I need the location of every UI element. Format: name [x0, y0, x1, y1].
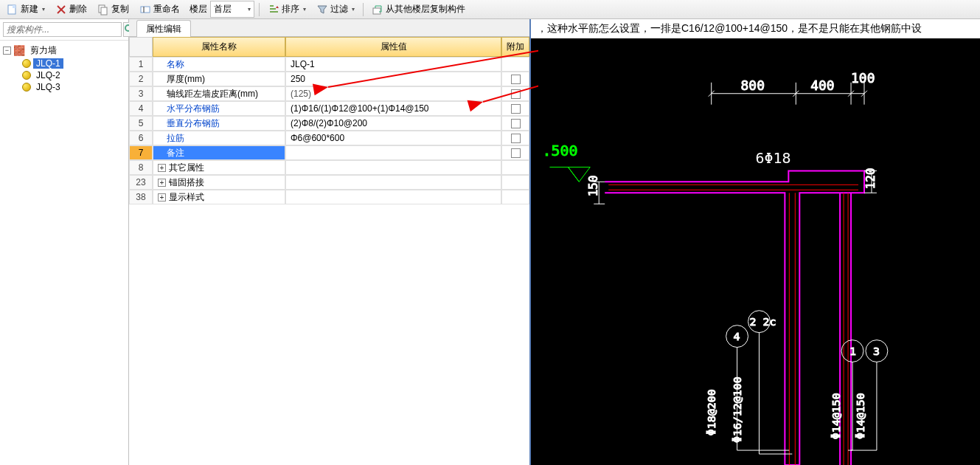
- svg-rect-6: [141, 7, 150, 13]
- rename-icon: [139, 4, 151, 16]
- prop-name[interactable]: +显示样式: [153, 190, 285, 204]
- callout-3: Φ14@150: [830, 393, 843, 439]
- row-num: 5: [129, 116, 153, 131]
- copy-from-label: 从其他楼层复制构件: [386, 3, 465, 16]
- component-icon: [22, 59, 31, 68]
- prop-value[interactable]: Φ6@600*600: [285, 131, 501, 145]
- prop-value[interactable]: (125): [285, 86, 501, 101]
- checkbox[interactable]: [511, 104, 521, 114]
- checkbox[interactable]: [511, 134, 521, 143]
- sort-icon: [268, 4, 279, 16]
- expand-icon[interactable]: +: [158, 193, 166, 202]
- prop-extra[interactable]: [501, 145, 529, 160]
- bubble-3: 3: [873, 345, 880, 358]
- prop-name[interactable]: 名称: [153, 57, 285, 72]
- chevron-down-icon: ▾: [248, 6, 251, 13]
- cad-drawing: 800 400 100 .500 6Φ18: [531, 38, 980, 465]
- bubble-4: 4: [734, 330, 740, 343]
- prop-extra: [501, 160, 529, 175]
- checkbox[interactable]: [511, 89, 521, 99]
- row-num: 8: [129, 160, 153, 175]
- component-icon: [22, 83, 31, 92]
- prop-extra[interactable]: [501, 116, 529, 131]
- dim-150: 150: [586, 175, 600, 196]
- prop-value[interactable]: (1)Φ16/(1)Φ12@100+(1)Φ14@150: [285, 101, 501, 116]
- copy-from-icon: [372, 4, 383, 16]
- prop-value[interactable]: [285, 145, 501, 160]
- prop-name[interactable]: 拉筋: [153, 131, 285, 145]
- cad-view[interactable]: 800 400 100 .500 6Φ18: [531, 38, 980, 465]
- prop-name[interactable]: 垂直分布钢筋: [153, 116, 285, 131]
- row-num: 23: [129, 175, 153, 190]
- svg-rect-8: [373, 8, 380, 14]
- svg-rect-5: [101, 7, 107, 15]
- tree-item-label: JLQ-3: [33, 82, 63, 92]
- checkbox[interactable]: [511, 75, 521, 84]
- new-icon: [7, 4, 18, 16]
- chevron-down-icon: ▾: [42, 6, 45, 13]
- top-rebar-label: 6Φ18: [756, 150, 791, 167]
- filter-icon: [316, 4, 328, 16]
- prop-value[interactable]: JLQ-1: [285, 57, 501, 72]
- elevation: .500: [543, 142, 578, 159]
- row-num: 4: [129, 101, 153, 116]
- prop-name[interactable]: +其它属性: [153, 160, 285, 175]
- expand-icon[interactable]: +: [158, 164, 166, 172]
- tab-property-edit[interactable]: 属性编辑: [136, 20, 191, 37]
- prop-name: 备注: [153, 145, 285, 160]
- grid-corner: [129, 37, 153, 57]
- prop-name[interactable]: +锚固搭接: [153, 175, 285, 190]
- prop-name[interactable]: 水平分布钢筋: [153, 101, 285, 116]
- rename-label: 重命名: [153, 3, 180, 16]
- tree-item[interactable]: JLQ-2: [1, 69, 127, 81]
- tree-item[interactable]: JLQ-1: [1, 58, 127, 69]
- col-header-extra: 附加: [501, 37, 529, 57]
- sort-button[interactable]: 排序 ▾: [264, 1, 310, 18]
- checkbox[interactable]: [511, 148, 521, 158]
- delete-button[interactable]: 删除: [52, 1, 91, 18]
- row-num: 6: [129, 131, 153, 145]
- svg-line-20: [568, 167, 579, 182]
- dim-100: 100: [851, 70, 875, 86]
- chevron-down-icon: ▾: [303, 6, 306, 13]
- prop-extra[interactable]: [501, 131, 529, 145]
- tree-item-label: JLQ-1: [33, 58, 63, 69]
- collapse-icon[interactable]: −: [3, 46, 11, 55]
- drawing-pane: ，这种水平筋怎么设置，一排是C16/12@100+14@150，是不是只能在其他…: [531, 19, 980, 465]
- component-icon: [22, 71, 31, 80]
- prop-value[interactable]: 250: [285, 72, 501, 86]
- vertical-splitter[interactable]: [535, 19, 541, 465]
- new-label: 新建: [21, 3, 38, 16]
- tree-root[interactable]: − 🧱 剪力墙: [1, 44, 127, 58]
- row-num: 1: [129, 57, 153, 72]
- copy-from-floor-button[interactable]: 从其他楼层复制构件: [368, 1, 469, 18]
- prop-value: [285, 190, 501, 204]
- filter-button[interactable]: 过滤 ▾: [313, 1, 358, 18]
- tree-item[interactable]: JLQ-3: [1, 81, 127, 93]
- separator: [259, 3, 260, 16]
- row-num: 2: [129, 72, 153, 86]
- expand-icon[interactable]: +: [158, 179, 166, 187]
- floor-select[interactable]: 首层 ▾: [210, 1, 254, 18]
- row-num: 3: [129, 86, 153, 101]
- property-pane: 属性编辑 属性名称 属性值 附加 1 名称 JLQ-1 2 厚度(mm) 250…: [129, 19, 531, 465]
- copy-button[interactable]: 复制: [94, 1, 133, 18]
- sort-label: 排序: [282, 3, 299, 16]
- floor-label: 楼层: [190, 3, 207, 16]
- prop-name: 轴线距左墙皮距离(mm): [153, 86, 285, 101]
- floor-value: 首层: [214, 3, 232, 16]
- checkbox[interactable]: [511, 119, 521, 128]
- prop-extra: [501, 175, 529, 190]
- prop-extra[interactable]: [501, 101, 529, 116]
- prop-name: 厚度(mm): [153, 72, 285, 86]
- prop-extra: [501, 57, 529, 72]
- prop-extra[interactable]: [501, 72, 529, 86]
- search-input[interactable]: [3, 22, 122, 37]
- prop-extra[interactable]: [501, 86, 529, 101]
- question-text: ，这种水平筋怎么设置，一排是C16/12@100+14@150，是不是只能在其他…: [531, 19, 980, 38]
- rename-button[interactable]: 重命名: [136, 1, 184, 18]
- new-button[interactable]: 新建 ▾: [3, 1, 49, 18]
- delete-label: 删除: [69, 3, 87, 16]
- bubble-1: 1: [849, 345, 856, 358]
- prop-value[interactable]: (2)Φ8/(2)Φ10@200: [285, 116, 501, 131]
